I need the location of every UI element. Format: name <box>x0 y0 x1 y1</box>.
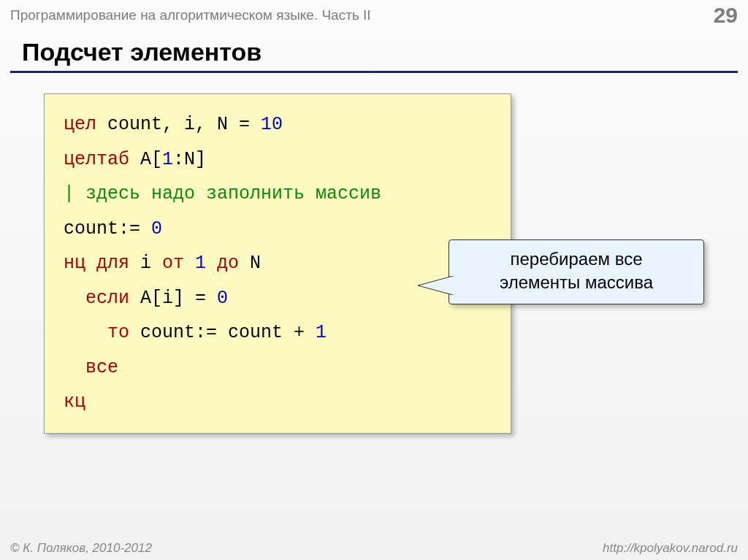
callout-line2: элементы массива <box>461 271 692 294</box>
footer: © К. Поляков, 2010-2012 http://kpolyakov… <box>0 541 748 556</box>
code-line: то count:= count + 1 <box>64 315 492 350</box>
page-title: Подсчет элементов <box>0 31 748 71</box>
code-line: count:= 0 <box>64 212 492 247</box>
header-bar: Программирование на алгоритмическом язык… <box>0 0 748 31</box>
footer-copyright: © К. Поляков, 2010-2012 <box>10 541 152 556</box>
page-number: 29 <box>714 3 738 28</box>
breadcrumb: Программирование на алгоритмическом язык… <box>10 7 371 23</box>
callout-line1: перебираем все <box>461 248 692 271</box>
footer-url: http://kpolyakov.narod.ru <box>603 541 738 556</box>
code-line: целтаб A[1:N] <box>64 142 492 177</box>
code-line: цел count, i, N = 10 <box>64 107 492 142</box>
content-area: цел count, i, N = 10 целтаб A[1:N] | зде… <box>0 73 748 434</box>
code-block: цел count, i, N = 10 целтаб A[1:N] | зде… <box>44 93 511 434</box>
svg-marker-0 <box>418 276 453 295</box>
code-line: кц <box>64 385 492 420</box>
callout-box: перебираем все элементы массива <box>449 239 704 304</box>
code-line: все <box>64 350 492 386</box>
code-line: | здесь надо заполнить массив <box>64 177 492 212</box>
